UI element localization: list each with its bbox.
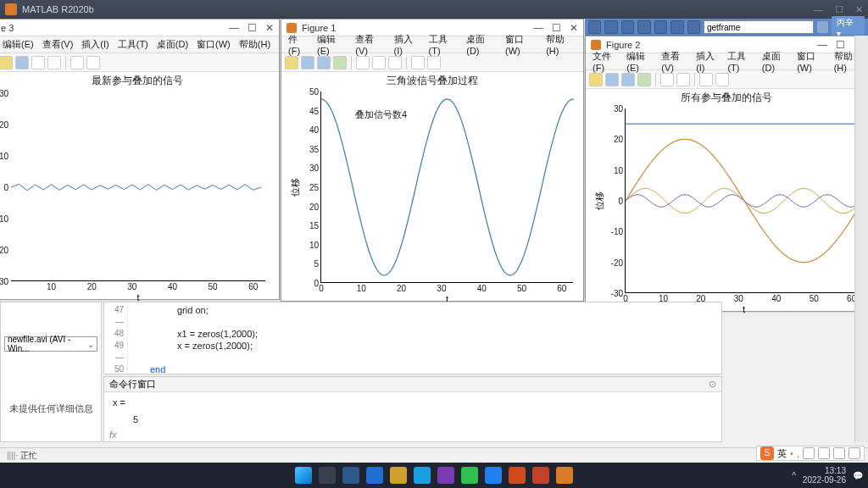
task-icon[interactable] xyxy=(366,467,383,484)
menu-item[interactable]: 插入(I) xyxy=(78,36,112,53)
task-icon[interactable] xyxy=(485,467,502,484)
menu-item[interactable]: 桌面(D) xyxy=(759,48,792,75)
task-icon[interactable] xyxy=(437,467,454,484)
menu-item[interactable]: 帮助(H) xyxy=(542,31,580,58)
tool-button[interactable] xyxy=(372,56,386,69)
menu-item[interactable]: 查看(V) xyxy=(352,31,388,58)
command-window[interactable]: 命令行窗口 ⊙ x = 5 fx xyxy=(103,376,722,442)
menu-item[interactable]: 插入(I) xyxy=(693,48,722,75)
menu-item[interactable]: 工具(T) xyxy=(114,36,152,53)
menu-item[interactable]: 窗口(W) xyxy=(502,31,541,58)
tool-button[interactable] xyxy=(356,56,370,69)
tool-button[interactable] xyxy=(47,56,61,69)
plot-lines xyxy=(626,108,863,293)
start-button[interactable] xyxy=(295,467,312,484)
ime-button[interactable] xyxy=(833,447,845,459)
options-icon[interactable]: ⊙ xyxy=(709,379,716,390)
menu-item[interactable]: 查看(V) xyxy=(658,48,691,75)
menu-item[interactable]: 工具(T) xyxy=(724,48,756,75)
menu-item[interactable]: 文件(F) xyxy=(589,48,621,75)
tray-chevron-icon[interactable]: ^ xyxy=(792,471,796,480)
menu-item[interactable]: 桌面(D) xyxy=(463,31,500,58)
plot-title: 三角波信号叠加过程 xyxy=(281,72,583,90)
axes[interactable]: t 3020100102030102030405060 xyxy=(11,93,265,281)
file-selector[interactable]: newfile.avi (AVI - Win...⌄ xyxy=(4,336,97,352)
tool-button[interactable] xyxy=(699,73,713,86)
ime-button[interactable] xyxy=(803,447,815,459)
tool-button[interactable] xyxy=(660,73,674,86)
task-icon[interactable] xyxy=(509,467,526,484)
figure-3-titlebar[interactable]: e 3 —☐✕ xyxy=(0,19,279,36)
figure-1-window: Figure 1 —☐✕ 件(F) 编辑(E) 查看(V) 插入(I) 工具(T… xyxy=(281,19,584,302)
tool-button[interactable] xyxy=(333,56,347,69)
menu-item[interactable]: 件(F) xyxy=(285,31,312,58)
task-icon[interactable] xyxy=(390,467,407,484)
bell-icon[interactable] xyxy=(817,21,828,33)
tool-button[interactable] xyxy=(317,56,331,69)
tool-button[interactable] xyxy=(411,56,425,69)
menu-item[interactable]: 窗口(W) xyxy=(193,36,234,53)
menu-item[interactable]: 插入(I) xyxy=(391,31,424,58)
tool-button[interactable] xyxy=(715,73,729,86)
task-icon[interactable] xyxy=(414,467,431,484)
cmd-var: x = xyxy=(113,397,713,408)
qa-icon[interactable] xyxy=(588,20,601,34)
menu-item[interactable]: 桌面(D) xyxy=(153,36,192,53)
scrollbar[interactable] xyxy=(854,36,868,442)
tool-button[interactable] xyxy=(31,56,45,69)
tool-button[interactable] xyxy=(621,73,635,86)
tool-button[interactable] xyxy=(15,56,29,69)
system-tray[interactable]: ^ 13:132022-09-26 💬 xyxy=(792,466,863,485)
tool-button[interactable] xyxy=(86,56,100,69)
menu-item[interactable]: 窗口(W) xyxy=(793,48,828,75)
axes[interactable]: 叠加信号数4 位移 t 5045403530252015105001020304… xyxy=(320,92,573,283)
menu-item[interactable]: 编辑(E) xyxy=(623,48,656,75)
sogou-icon[interactable]: S xyxy=(760,446,774,460)
menu-item[interactable]: 工具(T) xyxy=(426,31,462,58)
task-icon[interactable] xyxy=(342,467,359,484)
fx-prompt[interactable]: fx xyxy=(109,430,117,440)
ime-button[interactable] xyxy=(849,447,860,459)
y-label: 位移 xyxy=(593,191,606,210)
qa-icon[interactable] xyxy=(621,20,634,34)
maximize-button[interactable]: ☐ xyxy=(835,4,843,15)
task-icon[interactable] xyxy=(461,467,478,484)
menu-item[interactable]: 编辑(E) xyxy=(314,31,350,58)
tool-button[interactable] xyxy=(427,56,441,69)
ime-bar[interactable]: S 英 •, xyxy=(756,446,865,461)
tool-button[interactable] xyxy=(388,56,402,69)
editor-panel[interactable]: 47 —4849 —50 —5152 — grid on; x1 = zeros… xyxy=(103,302,722,374)
menu-item[interactable]: 帮助(H) xyxy=(236,36,274,53)
qa-icon[interactable] xyxy=(637,20,650,34)
tool-button[interactable] xyxy=(605,73,619,86)
axes[interactable]: 位移 t 3020100-10-20-300102030405060 xyxy=(625,108,862,293)
qa-icon[interactable] xyxy=(687,20,700,34)
tool-button[interactable] xyxy=(70,56,84,69)
tool-button[interactable] xyxy=(301,56,314,69)
code-area[interactable]: grid on; x1 = zeros(1,2000);x = zeros(1,… xyxy=(130,304,258,375)
menu-item[interactable]: 编辑(E) xyxy=(0,36,37,53)
menu-item[interactable]: 查看(V) xyxy=(39,36,77,53)
qa-icon[interactable] xyxy=(670,20,683,34)
maximize-button[interactable]: ☐ xyxy=(248,22,257,34)
tool-button[interactable] xyxy=(0,56,13,69)
minimize-button[interactable]: — xyxy=(814,4,823,15)
matlab-task-icon[interactable] xyxy=(556,467,573,484)
ime-button[interactable] xyxy=(818,447,830,459)
tool-button[interactable] xyxy=(637,73,651,86)
search-input[interactable] xyxy=(704,20,814,34)
notifications-icon[interactable]: 💬 xyxy=(853,471,863,480)
tool-button[interactable] xyxy=(285,56,298,69)
tool-button[interactable] xyxy=(676,73,690,86)
task-icon[interactable] xyxy=(532,467,549,484)
command-body: x = 5 xyxy=(104,392,721,430)
workspace-panel: newfile.avi (AVI - Win...⌄ 未提供任何详细信息 xyxy=(0,302,102,442)
close-button[interactable]: ✕ xyxy=(855,4,863,15)
clock[interactable]: 13:132022-09-26 xyxy=(803,466,846,485)
qa-icon[interactable] xyxy=(604,20,617,34)
minimize-button[interactable]: — xyxy=(229,22,239,34)
qa-icon[interactable] xyxy=(654,20,667,34)
tool-button[interactable] xyxy=(589,73,603,86)
task-icon[interactable] xyxy=(319,467,336,484)
close-button[interactable]: ✕ xyxy=(265,22,274,34)
